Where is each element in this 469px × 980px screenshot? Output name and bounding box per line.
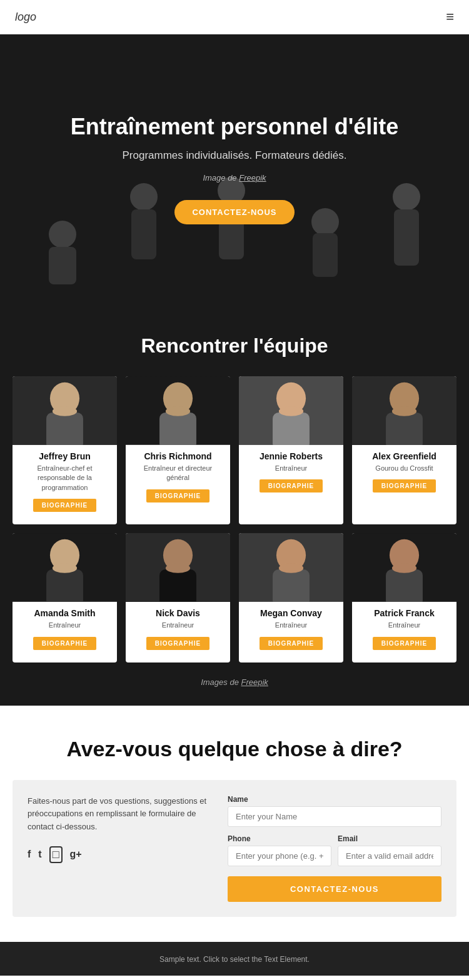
contact-submit-button[interactable]: CONTACTEZ-NOUS: [228, 876, 441, 902]
team-card-alex: Alex Greenfield Gourou du Crossfit BIOGR…: [352, 376, 456, 524]
header: logo ≡: [0, 0, 469, 34]
contact-form: Name Phone Email CONTACTEZ-NOUS: [228, 795, 441, 902]
svg-rect-7: [313, 233, 338, 277]
role-patrick: Entraîneur: [360, 621, 449, 630]
svg-rect-28: [46, 569, 83, 602]
team-section-title: Rencontrer l'équipe: [13, 334, 456, 358]
photo-nick: [126, 533, 230, 602]
role-megan: Entraîneur: [246, 621, 336, 630]
svg-rect-16: [159, 412, 196, 445]
svg-rect-36: [273, 569, 310, 602]
photo-megan: [239, 533, 343, 602]
phone-field-group: Phone: [228, 834, 331, 866]
role-jeffrey: Entraîneur-chef et responsable de la pro…: [20, 464, 109, 492]
team-card-megan: Megan Convay Entraîneur BIOGRAPHIE: [239, 533, 343, 662]
email-input[interactable]: [338, 846, 441, 866]
contact-left: Faites-nous part de vos questions, sugge…: [28, 795, 215, 902]
role-alex: Gourou du Crossfit: [360, 464, 449, 473]
svg-point-25: [392, 406, 416, 416]
svg-point-33: [166, 563, 190, 573]
svg-point-29: [53, 563, 77, 573]
email-label: Email: [338, 834, 441, 843]
name-field-group: Name: [228, 795, 441, 827]
twitter-icon[interactable]: t: [38, 849, 41, 860]
phone-input[interactable]: [228, 846, 331, 866]
bio-button-chris[interactable]: BIOGRAPHIE: [146, 489, 209, 502]
svg-rect-1: [49, 247, 76, 284]
name-jeffrey: Jeffrey Brun: [20, 451, 109, 461]
facebook-icon[interactable]: f: [28, 849, 31, 860]
team-card-jeffrey: Jeffrey Brun Entraîneur-chef et responsa…: [13, 376, 117, 524]
team-grid: Jeffrey Brun Entraîneur-chef et responsa…: [13, 376, 456, 662]
name-label: Name: [228, 795, 441, 804]
photo-amanda: [13, 533, 117, 602]
team-card-nick: Nick Davis Entraîneur BIOGRAPHIE: [126, 533, 230, 662]
name-chris: Chris Richmond: [133, 451, 223, 461]
phone-label: Phone: [228, 834, 331, 843]
email-field-group: Email: [338, 834, 441, 866]
team-card-jennie: Jennie Roberts Entraîneur BIOGRAPHIE: [239, 376, 343, 524]
svg-point-0: [49, 221, 76, 248]
role-nick: Entraîneur: [133, 621, 223, 630]
team-card-amanda: Amanda Smith Entraîneur BIOGRAPHIE: [13, 533, 117, 662]
name-alex: Alex Greenfield: [360, 451, 449, 461]
contact-description: Faites-nous part de vos questions, sugge…: [28, 795, 215, 834]
logo: logo: [15, 11, 36, 24]
name-nick: Nick Davis: [133, 608, 223, 618]
contact-section: Avez-vous quelque chose à dire? Faites-n…: [0, 706, 469, 942]
bio-button-megan[interactable]: BIOGRAPHIE: [260, 637, 323, 650]
photo-jeffrey: [13, 376, 117, 445]
hero-content: Entraînement personnel d'élite Programme…: [46, 113, 424, 224]
name-input[interactable]: [228, 806, 441, 827]
svg-point-37: [279, 563, 303, 573]
svg-rect-12: [46, 412, 83, 445]
svg-rect-40: [386, 569, 423, 602]
bio-button-patrick[interactable]: BIOGRAPHIE: [373, 637, 436, 650]
hero-section: Entraînement personnel d'élite Programme…: [0, 34, 469, 303]
svg-rect-32: [159, 569, 196, 602]
team-section: Rencontrer l'équipe Jeffrey Brun Entraîn…: [0, 303, 469, 706]
team-credit: Images de Freepik: [13, 678, 456, 687]
bio-button-amanda[interactable]: BIOGRAPHIE: [33, 637, 96, 650]
name-patrick: Patrick Franck: [360, 608, 449, 618]
name-jennie: Jennie Roberts: [246, 451, 336, 461]
team-card-patrick: Patrick Franck Entraîneur BIOGRAPHIE: [352, 533, 456, 662]
role-amanda: Entraîneur: [20, 621, 109, 630]
contact-title: Avez-vous quelque chose à dire?: [13, 737, 456, 761]
svg-rect-24: [386, 412, 423, 445]
photo-chris: [126, 376, 230, 445]
footer-text: Sample text. Click to select the Text El…: [159, 955, 310, 964]
team-card-chris: Chris Richmond Entraîneur et directeur g…: [126, 376, 230, 524]
footer: Sample text. Click to select the Text El…: [0, 942, 469, 976]
svg-point-13: [53, 406, 77, 416]
bio-button-jennie[interactable]: BIOGRAPHIE: [260, 479, 323, 492]
svg-rect-20: [273, 412, 310, 445]
hero-credit: Image de Freepik: [71, 173, 399, 182]
freepik-link[interactable]: Freepik: [239, 173, 266, 182]
googleplus-icon[interactable]: g+: [70, 849, 82, 860]
photo-jennie: [239, 376, 343, 445]
svg-point-17: [166, 406, 190, 416]
bio-button-alex[interactable]: BIOGRAPHIE: [373, 479, 436, 492]
svg-point-41: [392, 563, 416, 573]
instagram-icon[interactable]: □: [49, 846, 63, 863]
role-jennie: Entraîneur: [246, 464, 336, 473]
role-chris: Entraîneur et directeur général: [133, 464, 223, 483]
svg-point-21: [279, 406, 303, 416]
name-megan: Megan Convay: [246, 608, 336, 618]
photo-patrick: [352, 533, 456, 602]
menu-icon[interactable]: ≡: [446, 9, 454, 25]
hero-title: Entraînement personnel d'élite: [71, 113, 399, 140]
bio-button-nick[interactable]: BIOGRAPHIE: [146, 637, 209, 650]
freepik-team-link[interactable]: Freepik: [241, 678, 268, 687]
bio-button-jeffrey[interactable]: BIOGRAPHIE: [33, 499, 96, 512]
social-icons: f t □ g+: [28, 846, 215, 863]
phone-email-row: Phone Email: [228, 834, 441, 866]
contact-box: Faites-nous part de vos questions, sugge…: [13, 780, 456, 917]
photo-alex: [352, 376, 456, 445]
name-amanda: Amanda Smith: [20, 608, 109, 618]
hero-subtitle: Programmes individualisés. Formateurs dé…: [71, 149, 399, 162]
hero-cta-button[interactable]: CONTACTEZ-NOUS: [174, 200, 294, 224]
